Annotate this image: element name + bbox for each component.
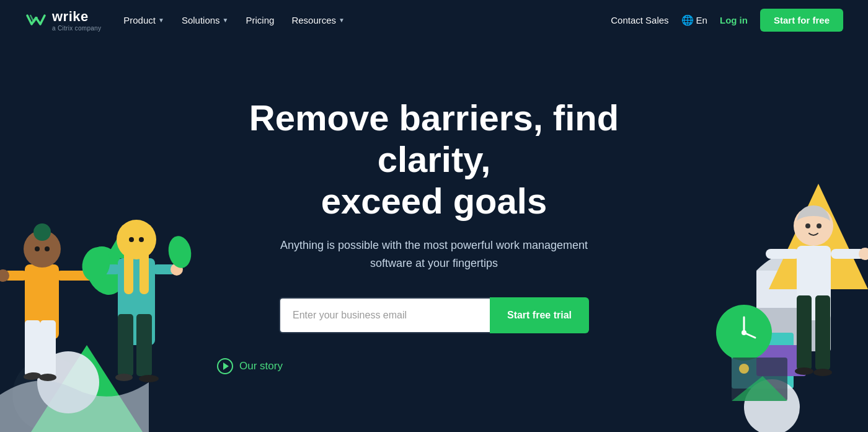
hero-cta-form: Start free trial [217,297,651,333]
svg-point-44 [739,364,749,374]
wrike-logo-icon [25,11,47,29]
svg-point-55 [795,367,813,375]
svg-point-32 [115,374,133,381]
svg-point-56 [813,369,832,376]
logo-text: wrike a Citrix company [52,9,101,32]
play-triangle-icon [223,362,229,370]
logo[interactable]: wrike a Citrix company [25,9,101,32]
play-circle-icon [217,358,233,374]
our-story-link[interactable]: Our story [217,358,651,374]
svg-point-50 [805,223,810,228]
globe-icon: 🌐 [681,14,694,26]
email-input[interactable] [279,297,490,333]
svg-point-9 [33,223,51,241]
start-trial-button[interactable]: Start free trial [490,297,589,333]
svg-point-51 [817,223,822,228]
nav-resources[interactable]: Resources ▼ [291,15,345,25]
svg-point-10 [35,246,40,251]
left-illustration [0,72,229,432]
svg-rect-17 [118,314,133,376]
svg-rect-47 [797,295,812,370]
hero-title: Remove barriers, find clarity, exceed go… [217,97,651,222]
login-link[interactable]: Log in [720,15,748,25]
svg-rect-7 [40,320,56,376]
hero-content: Remove barriers, find clarity, exceed go… [217,97,651,374]
start-for-free-button[interactable]: Start for free [760,9,843,32]
svg-rect-18 [136,314,152,376]
svg-point-33 [139,375,159,382]
chevron-down-icon: ▼ [158,17,164,24]
svg-rect-21 [140,238,149,294]
hero-section: Remove barriers, find clarity, exceed go… [0,40,868,432]
nav-solutions[interactable]: Solutions ▼ [182,15,229,25]
logo-sub: a Citrix company [52,25,101,32]
svg-point-11 [45,246,50,251]
svg-rect-53 [766,249,800,259]
chevron-down-icon: ▼ [339,17,345,24]
navbar-left: wrike a Citrix company Product ▼ Solutio… [25,9,345,32]
svg-point-23 [139,237,144,242]
svg-rect-6 [25,320,40,376]
nav-links: Product ▼ Solutions ▼ Pricing Resources … [123,15,345,25]
right-illustration [682,72,868,432]
logo-wordmark: wrike [52,9,101,25]
chevron-down-icon: ▼ [223,17,229,24]
contact-sales-link[interactable]: Contact Sales [611,15,668,25]
svg-point-42 [742,330,746,335]
nav-product[interactable]: Product ▼ [123,15,164,25]
navbar: wrike a Citrix company Product ▼ Solutio… [0,0,868,40]
svg-point-19 [117,220,156,259]
hero-subtitle: Anything is possible with the most power… [273,236,595,272]
navbar-right: Contact Sales 🌐 En Log in Start for free [611,9,843,32]
svg-point-22 [129,237,134,242]
nav-pricing[interactable]: Pricing [246,15,275,25]
svg-point-31 [39,374,56,381]
language-selector[interactable]: 🌐 En [681,14,707,26]
svg-rect-20 [124,238,133,294]
svg-rect-48 [815,295,830,370]
